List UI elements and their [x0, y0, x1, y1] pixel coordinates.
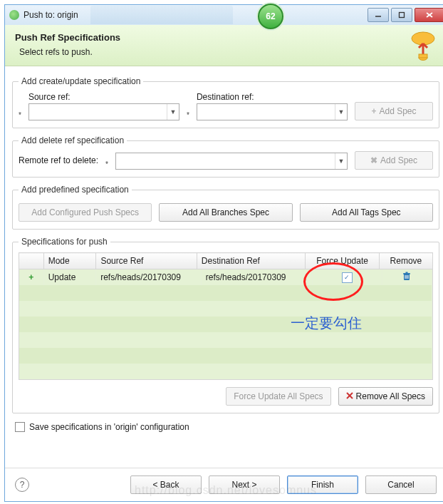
cell-mode: Update — [43, 269, 96, 285]
asterisk: * — [19, 111, 21, 120]
page-title: Push Ref Specifications — [15, 32, 437, 43]
add-all-branches-spec-button[interactable]: Add All Branches Spec — [159, 203, 292, 222]
save-specs-label: Save specifications in 'origin' configur… — [29, 422, 189, 432]
svg-rect-6 — [419, 54, 427, 58]
table-row — [19, 285, 432, 301]
col-mode[interactable]: Mode — [43, 253, 96, 269]
destination-ref-combo[interactable]: ▼ — [197, 103, 348, 120]
svg-rect-9 — [406, 272, 408, 273]
plus-icon: + — [371, 106, 376, 116]
add-spec-button[interactable]: + Add Spec — [355, 102, 433, 120]
chevron-down-icon: ▼ — [167, 104, 179, 120]
add-delete-spec-label: Add Spec — [380, 155, 417, 165]
create-update-group: Add create/update specification * Source… — [12, 76, 439, 128]
cell-dest: refs/heads/20170309 — [201, 269, 312, 285]
chevron-down-icon: ▼ — [335, 104, 347, 120]
table-row — [19, 332, 432, 348]
col-source[interactable]: Source Ref — [96, 253, 197, 269]
badge-62: 62 — [258, 4, 283, 29]
add-delete-spec-button[interactable]: ✖ Add Spec — [355, 151, 433, 170]
col-dest[interactable]: Destination Ref — [197, 253, 306, 269]
force-update-all-button[interactable]: Force Update All Specs — [226, 387, 330, 406]
minimize-button[interactable] — [368, 8, 389, 22]
table-row — [19, 364, 432, 379]
next-button[interactable]: Next > — [209, 475, 280, 494]
app-icon — [9, 10, 19, 20]
help-button[interactable]: ? — [15, 478, 29, 492]
back-button[interactable]: < Back — [130, 475, 202, 494]
x-icon — [346, 391, 353, 401]
table-row — [19, 317, 432, 332]
add-spec-label: Add Spec — [379, 106, 416, 116]
table-row[interactable]: + Update refs/heads/20170309 refs/heads/… — [19, 269, 432, 285]
delete-ref-group: Add delete ref specification Remote ref … — [12, 135, 439, 178]
close-button[interactable] — [415, 8, 443, 22]
remote-ref-combo[interactable]: ▼ — [115, 153, 348, 170]
table-row — [19, 348, 432, 364]
x-icon: ✖ — [370, 155, 377, 165]
save-specs-checkbox[interactable] — [15, 422, 25, 432]
plus-icon: + — [28, 272, 33, 282]
create-update-legend: Add create/update specification — [19, 76, 143, 86]
cell-source: refs/heads/20170309 — [96, 269, 202, 285]
specifications-legend: Specifications for push — [19, 237, 110, 247]
asterisk: * — [105, 160, 108, 170]
remote-ref-label: Remote ref to delete: — [19, 155, 98, 165]
push-cloud-icon — [408, 31, 438, 62]
finish-button[interactable]: Finish — [287, 475, 358, 494]
destination-ref-label: Destination ref: — [197, 92, 348, 102]
force-update-checkbox[interactable]: ✓ — [342, 272, 353, 283]
predefined-legend: Add predefined specification — [19, 185, 132, 195]
add-configured-push-specs-button[interactable]: Add Configured Push Specs — [19, 203, 152, 222]
svg-rect-1 — [400, 13, 405, 18]
table-row — [19, 301, 432, 317]
asterisk: * — [187, 111, 189, 120]
source-ref-label: Source ref: — [28, 92, 179, 102]
col-remove[interactable]: Remove — [379, 253, 432, 269]
specifications-group: Specifications for push Mode Source Ref … — [12, 237, 439, 413]
window-title: Push to: origin — [24, 10, 78, 20]
page-subtitle: Select refs to push. — [19, 47, 437, 57]
cancel-button[interactable]: Cancel — [365, 475, 437, 494]
source-ref-combo[interactable]: ▼ — [28, 103, 179, 120]
predefined-group: Add predefined specification Add Configu… — [12, 185, 439, 230]
col-force[interactable]: Force Update — [306, 253, 379, 269]
trash-icon[interactable] — [402, 272, 412, 284]
svg-point-4 — [412, 32, 434, 45]
maximize-button[interactable] — [391, 8, 412, 22]
remove-all-specs-button[interactable]: Remove All Specs — [338, 387, 433, 406]
chevron-down-icon: ▼ — [335, 153, 347, 169]
delete-ref-legend: Add delete ref specification — [19, 135, 127, 145]
add-all-tags-spec-button[interactable]: Add All Tags Spec — [300, 203, 433, 222]
